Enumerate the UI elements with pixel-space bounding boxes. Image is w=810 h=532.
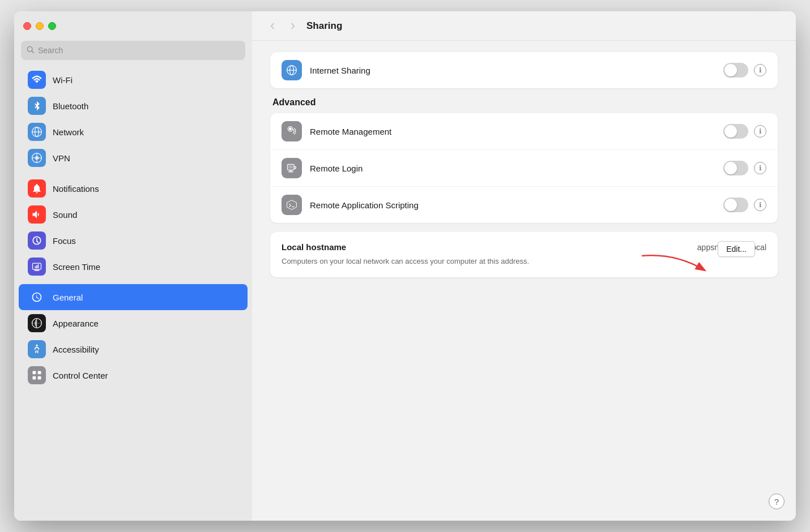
remote-scripting-info-button[interactable]: ℹ [754,199,766,211]
general-icon [28,288,46,306]
sidebar: Search Wi-Fi Bluetooth Network [14,11,252,521]
sound-icon [28,205,46,224]
page-title: Sharing [306,20,342,32]
search-bar[interactable]: Search [21,41,245,60]
remote-management-icon [282,121,302,141]
sidebar-item-controlcenter-label: Control Center [53,371,108,380]
close-button[interactable] [23,22,31,30]
sidebar-item-sound[interactable]: Sound [19,201,248,228]
internet-sharing-info-button[interactable]: ℹ [754,64,766,76]
sidebar-item-network[interactable]: Network [19,119,248,145]
network-icon [28,123,46,141]
remote-management-controls: ℹ [723,124,766,139]
main-content: Sharing Internet Sharing [252,11,796,521]
sidebar-item-bluetooth-label: Bluetooth [53,101,88,111]
advanced-card: Remote Management ℹ [270,113,778,223]
remote-login-toggle[interactable] [723,161,748,175]
hostname-card: Local hostname appsntips-new.local Compu… [270,232,778,277]
internet-sharing-card: Internet Sharing ℹ [270,52,778,88]
back-button[interactable] [266,19,279,33]
titlebar [14,11,252,41]
bluetooth-icon [28,97,46,115]
sidebar-item-network-label: Network [53,127,84,137]
remote-scripting-label: Remote Application Scripting [310,200,723,210]
search-icon [27,46,35,55]
sidebar-item-focus-label: Focus [53,236,76,246]
sidebar-section-general: General Appearance Accessibility Control… [14,282,252,391]
accessibility-icon [28,340,46,358]
notifications-icon [28,179,46,198]
sidebar-item-general[interactable]: General [19,284,248,310]
system-preferences-window: Search Wi-Fi Bluetooth Network [14,11,796,521]
internet-sharing-controls: ℹ [723,63,766,78]
remote-login-icon [282,158,302,178]
minimize-button[interactable] [36,22,44,30]
svg-rect-16 [38,371,41,375]
remote-management-toggle[interactable] [723,124,748,139]
vpn-icon [28,149,46,167]
controlcenter-icon [28,366,46,384]
search-placeholder: Search [38,46,63,55]
content-header: Sharing [252,11,796,41]
sidebar-item-screentime[interactable]: Screen Time [19,254,248,280]
svg-line-1 [32,51,33,53]
sidebar-item-wifi[interactable]: Wi-Fi [19,67,248,93]
wifi-icon [28,71,46,89]
internet-sharing-toggle[interactable] [723,63,748,78]
svg-point-14 [36,345,37,346]
sidebar-item-bluetooth[interactable]: Bluetooth [19,93,248,119]
remote-login-row: Remote Login ℹ [270,150,778,187]
edit-button[interactable]: Edit... [718,241,755,257]
sidebar-item-vpn-label: VPN [53,153,70,163]
sidebar-item-accessibility[interactable]: Accessibility [19,336,248,362]
sidebar-item-screentime-label: Screen Time [53,262,100,272]
hostname-label: Local hostname [282,242,346,252]
help-button[interactable]: ? [769,494,785,509]
remote-login-controls: ℹ [723,161,766,175]
sidebar-item-appearance-label: Appearance [53,319,99,328]
sidebar-item-appearance[interactable]: Appearance [19,310,248,336]
sidebar-item-notifications-label: Notifications [53,184,99,194]
advanced-section-heading: Advanced [270,97,778,108]
svg-point-24 [289,128,291,130]
remote-management-row: Remote Management ℹ [270,113,778,150]
sidebar-item-notifications[interactable]: Notifications [19,175,248,201]
sidebar-item-vpn[interactable]: VPN [19,145,248,171]
sidebar-item-accessibility-label: Accessibility [53,345,99,354]
remote-scripting-toggle[interactable] [723,198,748,212]
remote-login-info-button[interactable]: ℹ [754,162,766,174]
traffic-lights [23,22,56,30]
maximize-button[interactable] [48,22,56,30]
content-body: Internet Sharing ℹ Advanced [252,41,796,521]
internet-sharing-row: Internet Sharing ℹ [270,52,778,88]
hostname-row: Local hostname appsntips-new.local [282,242,766,252]
arrow-annotation [630,250,721,284]
remote-management-info-button[interactable]: ℹ [754,125,766,138]
hostname-description: Computers on your local network can acce… [282,256,529,267]
appearance-icon [28,314,46,332]
forward-button[interactable] [286,19,300,33]
remote-login-label: Remote Login [310,164,723,173]
internet-sharing-icon [282,60,302,80]
sidebar-section-notifications: Notifications Sound Focus Screen Time [14,173,252,282]
focus-icon [28,231,46,250]
remote-scripting-row: Remote Application Scripting ℹ [270,187,778,223]
sidebar-section-network: Wi-Fi Bluetooth Network VPN [14,65,252,173]
remote-scripting-icon [282,195,302,215]
sidebar-item-sound-label: Sound [53,210,77,220]
internet-sharing-toggle-knob [724,64,737,76]
sidebar-item-wifi-label: Wi-Fi [53,75,73,85]
sidebar-item-controlcenter[interactable]: Control Center [19,362,248,388]
screentime-icon [28,258,46,276]
svg-rect-17 [33,376,36,380]
internet-sharing-label: Internet Sharing [310,66,723,75]
svg-rect-18 [38,376,41,380]
svg-rect-27 [288,165,293,169]
remote-scripting-controls: ℹ [723,198,766,212]
sidebar-item-general-label: General [53,293,83,302]
sidebar-item-focus[interactable]: Focus [19,228,248,254]
svg-rect-15 [33,371,36,375]
remote-management-label: Remote Management [310,127,723,136]
